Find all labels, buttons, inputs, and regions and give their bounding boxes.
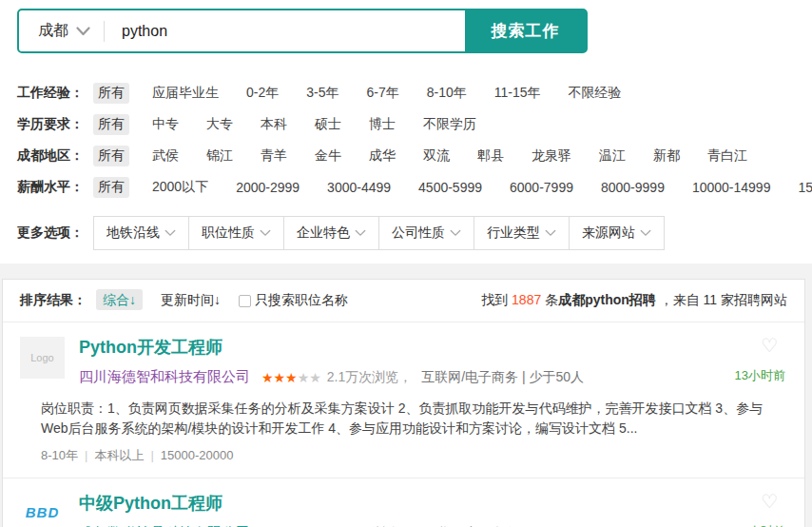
filter-option[interactable]: 3-5年 [301,83,343,104]
filter-dropdown[interactable]: 来源网站 [569,216,665,250]
job-list: LogoPython开发工程师四川海德智和科技有限公司★★★★★2.1万次浏览，… [3,322,804,527]
filter-option[interactable]: 15000-19999 [793,178,812,197]
chevron-down-icon [260,229,271,237]
job-tag: 15000-20000 [161,448,234,462]
job-description: 岗位职责：1、负责网页数据采集任务的分析及采集方案设计 2、负责抓取功能开发与代… [41,399,787,439]
job-header: Python开发工程师四川海德智和科技有限公司★★★★★2.1万次浏览，互联网/… [79,336,787,386]
filter-dropdown-label: 企业特色 [297,224,350,242]
filter-option[interactable]: 龙泉驿 [527,146,576,166]
filter-option[interactable]: 6000-7999 [505,178,578,197]
filter-option[interactable]: 本科 [256,114,292,135]
summary-middle: ，来自 [656,292,704,307]
filter-option[interactable]: 金牛 [310,146,346,166]
job-title-link[interactable]: Python开发工程师 [79,338,222,357]
filter-option[interactable]: 应届毕业生 [147,83,223,104]
filter-option[interactable]: 2000以下 [147,177,213,198]
filter-option[interactable]: 郫县 [473,146,509,166]
filter-dropdown[interactable]: 企业特色 [283,216,379,250]
filter-dropdown[interactable]: 职位性质 [188,216,284,250]
filter-option[interactable]: 双流 [418,146,454,166]
filter-row: 学历要求：所有中专大专本科硕士博士不限学历 [17,115,812,134]
filter-dropdown[interactable]: 地铁沿线 [93,216,189,250]
filter-option[interactable]: 博士 [364,114,400,135]
filter-option[interactable]: 所有 [93,83,129,104]
filter-dropdown-label: 公司性质 [392,224,445,242]
posted-time: 13小时前 [735,367,785,384]
search-button[interactable]: 搜索工作 [465,10,586,51]
filter-option[interactable]: 6-7年 [361,83,403,104]
filter-option[interactable]: 4500-5999 [414,178,487,197]
filter-dropdown-label: 地铁沿线 [106,224,160,242]
favorite-heart-icon[interactable]: ♡ [761,490,778,513]
title-only-checkbox-label[interactable]: 只搜索职位名称 [255,292,348,309]
summary-suffix: 家招聘网站 [717,292,787,307]
filter-option[interactable]: 所有 [93,114,129,135]
filter-option[interactable]: 中专 [147,114,184,135]
filter-option[interactable]: 所有 [93,177,129,198]
filter-option[interactable]: 8-10年 [422,83,472,104]
filter-label: 学历要求： [17,116,84,133]
filter-row: 成都地区：所有武侯锦江青羊金牛成华双流郫县龙泉驿温江新都青白江 [17,146,812,166]
city-selector-value: 成都 [38,21,68,41]
filter-option[interactable]: 不限经验 [564,83,627,104]
filter-option[interactable]: 10000-14999 [687,178,776,197]
job-tag: 8-10年 [41,448,78,462]
filter-row: 工作经验：所有应届毕业生0-2年3-5年6-7年8-10年11-15年不限经验 [17,84,812,103]
filter-option[interactable]: 0-2年 [242,83,283,104]
filter-option[interactable]: 不限学历 [418,114,481,135]
filter-dropdown-label: 行业类型 [487,224,540,242]
filter-option[interactable]: 武侯 [147,146,184,166]
filter-label: 成都地区： [17,147,84,165]
filter-option[interactable]: 所有 [93,146,129,166]
more-options-row: 更多选项： 地铁沿线职位性质企业特色公司性质行业类型来源网站 [17,216,812,250]
filter-dropdown-label: 来源网站 [582,224,635,242]
filter-option[interactable]: 2000-2999 [231,178,304,197]
job-card: LogoPython开发工程师四川海德智和科技有限公司★★★★★2.1万次浏览，… [3,322,804,478]
filter-option[interactable]: 8000-9999 [596,178,669,197]
filter-option[interactable]: 青白江 [703,146,752,166]
job-title-link[interactable]: 中级Python工程师 [79,494,222,513]
filter-option[interactable]: 成华 [364,146,400,166]
job-header: 中级Python工程师成都数联铭品科技有限公司★★★★★1.8万次浏览，互联网/… [79,492,787,527]
company-logo[interactable]: BBD [20,493,65,527]
filter-option[interactable]: 锦江 [202,146,238,166]
filter-option[interactable]: 硕士 [310,114,346,135]
filter-option[interactable]: 新都 [648,146,685,166]
search-input[interactable] [105,10,465,51]
filter-option[interactable]: 温江 [594,146,630,166]
filter-row: 薪酬水平：所有2000以下2000-29993000-44994500-5999… [17,178,812,197]
city-selector[interactable]: 成都 [19,10,104,51]
more-options-label: 更多选项： [17,224,84,242]
filter-dropdown[interactable]: 行业类型 [474,216,570,250]
company-logo[interactable]: Logo [20,337,65,379]
chevron-down-icon [450,229,461,237]
filter-option[interactable]: 大专 [202,114,238,135]
chevron-down-icon [640,229,651,237]
filter-label: 工作经验： [17,85,84,102]
star-empty-icon: ★★ [298,370,321,385]
star-rating: ★★★★★ [261,370,321,385]
filter-dropdown[interactable]: 公司性质 [378,216,474,250]
posted-time: 13小时前 [735,523,785,527]
job-card: BBD中级Python工程师成都数联铭品科技有限公司★★★★★1.8万次浏览，互… [3,478,804,527]
tag-separator: | [85,448,87,462]
sort-option[interactable]: 综合↓ [96,289,143,310]
title-only-checkbox[interactable] [239,295,251,307]
summary-prefix: 找到 [481,292,512,307]
filter-option[interactable]: 3000-4499 [322,178,396,197]
sort-label: 排序结果： [20,292,87,309]
favorite-heart-icon[interactable]: ♡ [761,334,778,357]
chevron-down-icon [355,229,366,237]
filter-option[interactable]: 青羊 [256,146,292,166]
results-background: 排序结果： 综合↓更新时间↓ 只搜索职位名称 找到 1887 条成都python… [0,264,812,527]
company-link[interactable]: 四川海德智和科技有限公司 [79,368,250,386]
sort-chips: 综合↓更新时间↓ [96,292,239,309]
tag-separator: | [150,448,153,462]
results-summary: 找到 1887 条成都python招聘 ，来自 11 家招聘网站 [481,292,787,309]
chevron-down-icon [76,27,90,36]
star-filled-icon: ★★★ [261,370,298,385]
view-count: 2.1万次浏览， [327,369,412,386]
filter-label: 薪酬水平： [17,179,84,196]
sort-option[interactable]: 更新时间↓ [154,289,227,310]
filter-option[interactable]: 11-15年 [490,83,546,104]
